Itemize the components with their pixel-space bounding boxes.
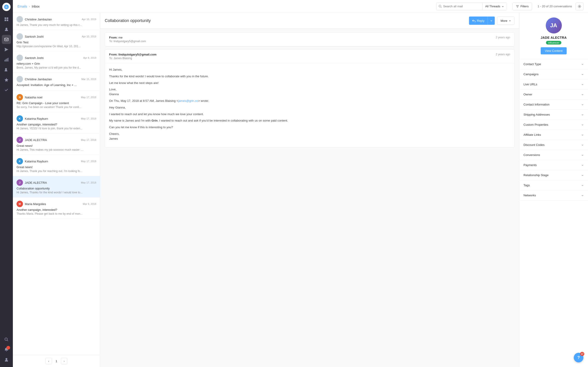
email-date: May 17, 2018	[81, 160, 96, 163]
svg-rect-7	[5, 38, 8, 41]
email-link[interactable]: james@grin.co	[178, 99, 198, 102]
sender-name: Santosh Joshi	[25, 56, 44, 60]
settings-icon-btn[interactable]	[576, 2, 583, 10]
sender-name: Christine Jambazian	[25, 18, 52, 21]
svg-rect-11	[8, 58, 9, 61]
email-view-header: Collaboration opportunity Reply	[100, 13, 519, 29]
more-button[interactable]: More	[497, 17, 515, 25]
email-date: Apr 8, 2019	[83, 56, 96, 59]
email-list-item[interactable]: Santosh Joshi Apr 10, 2019 Grin Test htt…	[13, 30, 100, 51]
nav-send[interactable]	[2, 45, 11, 54]
thread-filter-dropdown[interactable]: All Threads	[482, 3, 507, 10]
prev-page-button[interactable]: ‹	[45, 358, 52, 364]
nav-dashboard[interactable]	[2, 15, 11, 24]
main-content: Emails › Inbox All Threads	[13, 0, 588, 367]
email-sender: J JADE ALECTRA	[17, 179, 47, 186]
sender-name: Christine Jambazian	[25, 77, 52, 81]
search-input[interactable]	[443, 5, 480, 8]
email-list-item-active[interactable]: J JADE ALECTRA May 17, 2018 Collaboratio…	[13, 176, 100, 198]
accordion-conversions-header[interactable]: Conversions	[519, 150, 588, 160]
sender-name: Santosh Joshi	[25, 35, 44, 38]
app-logo[interactable]: G	[2, 3, 10, 11]
reply-icon	[472, 19, 476, 22]
accordion-contact-information-header[interactable]: Contact Information	[519, 100, 588, 109]
email-list-item[interactable]: Santosh Joshi Apr 8, 2019 rellery.com + …	[13, 51, 100, 73]
email-list-item[interactable]: Christine Jambazian Mar 15, 2019 Accepte…	[13, 73, 100, 91]
notification-badge	[6, 346, 10, 350]
accordion-discount-codes-header[interactable]: Discount Codes	[519, 140, 588, 150]
email-list-item[interactable]: J JADE ALECTRA May 17, 2018 Great news! …	[13, 133, 100, 155]
accordion-shipping-addresses-header[interactable]: Shipping Addresses	[519, 110, 588, 119]
email-preview: Thanks Maria. Please get back to me by e…	[17, 212, 96, 215]
accordion-live-urls-header[interactable]: Live URLs	[519, 79, 588, 89]
view-content-button[interactable]: View Content	[541, 47, 567, 54]
next-page-button[interactable]: ›	[61, 358, 67, 364]
email-subject: Another campaign, interested?	[17, 208, 96, 211]
accordion-contact-information-label: Contact Information	[523, 103, 549, 106]
nav-starred[interactable]	[2, 75, 11, 84]
reply-dropdown-arrow[interactable]	[488, 17, 495, 25]
email-subject: Great news!	[17, 165, 96, 169]
help-button[interactable]: 17 ?	[574, 353, 583, 362]
accordion-chevron-icon	[581, 103, 584, 106]
help-badge: 17	[580, 352, 584, 356]
breadcrumb-separator: ›	[29, 5, 30, 8]
contact-avatar-inner: JA	[546, 17, 562, 33]
nav-reports[interactable]	[2, 55, 11, 64]
quoted-line-1: I wanted to reach out and let you know h…	[109, 112, 510, 117]
nav-contacts[interactable]	[2, 25, 11, 34]
email-list-item[interactable]: Christine Jambazian Apr 10, 2019 Hi Jame…	[13, 13, 100, 30]
accordion-payments-label: Payments	[523, 163, 537, 167]
right-panel: JA JADE ALECTRA influencer View Content …	[519, 13, 588, 367]
accordion-chevron-icon	[581, 174, 584, 177]
nav-search[interactable]	[2, 335, 11, 344]
accordion-custom-properties-label: Custom Properties	[523, 123, 548, 126]
sender-name: Katarina Rayburn	[25, 117, 48, 120]
accordion-networks-header[interactable]: Networks	[519, 190, 588, 200]
email-list-item[interactable]: N Natasha noel May 17, 2018 RE: Grin Cam…	[13, 91, 100, 112]
email-card-time: 2 years ago	[496, 36, 510, 39]
accordion-tags: Tags	[519, 180, 588, 190]
conversation-count: 1 - 20 of 20 conversations	[537, 5, 572, 8]
reply-button[interactable]: Reply	[469, 17, 495, 25]
email-card-2-from-section: From: lindquistgary5@gmail.com To: James…	[109, 53, 156, 60]
nav-notifications[interactable]	[2, 345, 11, 354]
nav-checkmark[interactable]	[2, 85, 11, 94]
filters-button[interactable]: Filters	[512, 2, 532, 10]
sender-avatar: M	[17, 201, 23, 207]
accordion-chevron-icon	[581, 113, 584, 116]
accordion-relationship-stage-label: Relationship Stage	[523, 173, 548, 177]
sender-avatar: K	[17, 115, 23, 122]
accordion-tags-header[interactable]: Tags	[519, 180, 588, 190]
email-list-item[interactable]: K Katarina Rayburn May 17, 2018 Great ne…	[13, 155, 100, 176]
accordion-relationship-stage-header[interactable]: Relationship Stage	[519, 170, 588, 180]
breadcrumb-emails[interactable]: Emails	[17, 5, 27, 8]
nav-emails[interactable]	[2, 35, 11, 44]
nav-add-user[interactable]	[2, 65, 11, 74]
accordion-payments-header[interactable]: Payments	[519, 160, 588, 170]
email-sender: M Maria Margolies	[17, 201, 46, 207]
svg-rect-5	[7, 19, 8, 21]
accordion-owner-header[interactable]: Owner	[519, 90, 588, 99]
accordion-shipping-addresses-label: Shipping Addresses	[523, 113, 550, 116]
accordion-networks: Networks	[519, 190, 588, 200]
accordion-custom-properties-header[interactable]: Custom Properties	[519, 120, 588, 130]
nav-profile[interactable]	[2, 355, 11, 364]
email-greeting: Hi James,	[109, 67, 510, 72]
accordion-campaigns-header[interactable]: Campaigns	[519, 69, 588, 79]
accordion-custom-properties: Custom Properties	[519, 120, 588, 130]
left-navigation: G	[0, 0, 13, 367]
email-subject: Grin Test	[17, 41, 96, 44]
email-sign-off: Love,Gianna	[109, 87, 510, 97]
email-list-item[interactable]: K Katarina Rayburn May 17, 2018 Another …	[13, 112, 100, 133]
email-date: May 17, 2018	[81, 96, 96, 99]
search-input-wrapper	[436, 3, 482, 10]
accordion-affiliate-links: Affiliate Links	[519, 130, 588, 140]
email-preview: So sorry, I've been on vacation! Thank y…	[17, 106, 96, 109]
email-list-item[interactable]: M Maria Margolies Mar 9, 2018 Another ca…	[13, 198, 100, 219]
accordion-discount-codes: Discount Codes	[519, 140, 588, 150]
accordion-affiliate-links-header[interactable]: Affiliate Links	[519, 130, 588, 140]
accordion-contact-type-header[interactable]: Contact Type	[519, 59, 588, 69]
email-card-2-from: From: lindquistgary5@gmail.com	[109, 53, 156, 56]
email-sender: N Natasha noel	[17, 94, 43, 100]
